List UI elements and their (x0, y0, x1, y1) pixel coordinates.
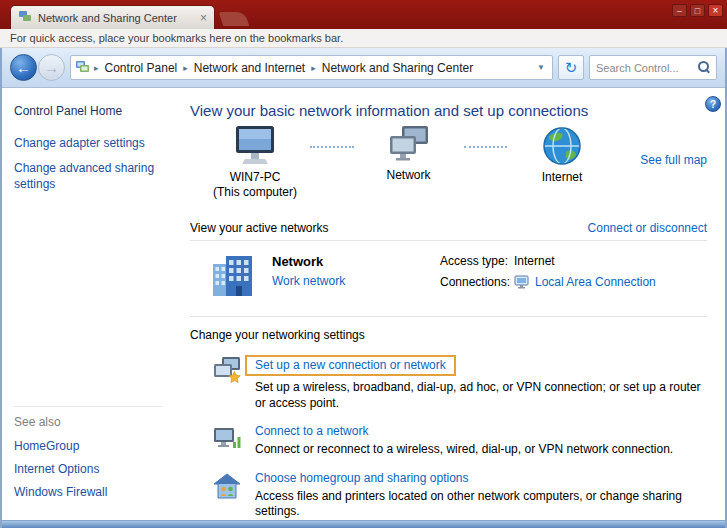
active-network-details: Access type: Internet Connections: Local… (440, 252, 656, 296)
search-icon[interactable] (698, 61, 711, 74)
help-button[interactable]: ? (705, 96, 721, 112)
map-computer-label: WIN7-PC (200, 170, 310, 185)
access-type-value: Internet (514, 254, 555, 268)
setup-new-connection-desc: Set up a wireless, broadband, dial-up, a… (255, 380, 707, 411)
sidebar-change-advanced-sharing-settings[interactable]: Change advanced sharing settings (14, 161, 156, 193)
sidebar-internet-options[interactable]: Internet Options (14, 462, 162, 476)
see-also-section: See also HomeGroup Internet Options Wind… (14, 406, 162, 508)
sidebar-windows-firewall[interactable]: Windows Firewall (14, 485, 162, 499)
map-node-computer[interactable]: WIN7-PC (This computer) (200, 125, 310, 200)
work-network-building-icon (210, 252, 258, 303)
forward-arrow-icon: → (44, 59, 59, 76)
forward-button[interactable]: → (38, 54, 65, 81)
map-connector-dotted-line (310, 146, 354, 148)
map-connector-dotted-line (464, 146, 508, 148)
browser-tab-strip: Network and Sharing Center × – □ × (0, 0, 727, 29)
active-network-name: Network (272, 254, 440, 269)
address-bar[interactable]: ▸ Control Panel ▸ Network and Internet ▸… (70, 55, 553, 80)
tab-favicon-icon (18, 9, 32, 26)
networking-settings-heading: Change your networking settings (190, 328, 707, 342)
access-type-label: Access type: (440, 254, 514, 268)
search-input[interactable] (596, 62, 698, 74)
lan-connection-icon (514, 275, 530, 289)
computer-icon (232, 125, 278, 167)
connect-to-network-desc: Connect or reconnect to a wireless, wire… (255, 442, 673, 458)
homegroup-options-link[interactable]: Choose homegroup and sharing options (255, 471, 468, 485)
setup-new-connection-link[interactable]: Set up a new connection or network (255, 358, 446, 372)
sidebar-control-panel-home[interactable]: Control Panel Home (14, 104, 164, 118)
active-network-info: Network Work network (272, 252, 440, 288)
navigation-bar: ← → ▸ Control Panel ▸ Network and Intern… (2, 48, 725, 88)
connect-to-network-icon (212, 424, 242, 454)
connect-to-network-link[interactable]: Connect to a network (255, 424, 368, 438)
tab-title: Network and Sharing Center (38, 12, 194, 24)
window-maximize-button[interactable]: □ (690, 4, 705, 17)
homegroup-icon (212, 471, 242, 501)
map-node-internet[interactable]: Internet (507, 125, 617, 185)
connect-or-disconnect-link[interactable]: Connect or disconnect (588, 221, 707, 235)
map-computer-sublabel: (This computer) (200, 185, 310, 200)
breadcrumb-control-panel[interactable]: Control Panel (103, 59, 180, 77)
sidebar-change-adapter-settings[interactable]: Change adapter settings (14, 136, 156, 152)
main-content: ? View your basic network information an… (174, 88, 725, 520)
breadcrumb-network-sharing-center[interactable]: Network and Sharing Center (320, 59, 475, 77)
setting-item-connect-to-network: Connect to a network Connect or reconnec… (212, 424, 707, 458)
address-history-dropdown-icon[interactable]: ▼ (534, 63, 548, 72)
help-icon: ? (710, 99, 716, 110)
breadcrumb-separator-icon: ▸ (310, 63, 317, 73)
breadcrumb-separator-icon: ▸ (93, 63, 100, 73)
window-close-button[interactable]: × (708, 4, 723, 17)
network-places-icon (75, 60, 90, 76)
bookmarks-hint-text: For quick access, place your bookmarks h… (10, 32, 343, 44)
browser-tab[interactable]: Network and Sharing Center × (10, 5, 215, 29)
back-button[interactable]: ← (10, 54, 37, 81)
local-area-connection-link[interactable]: Local Area Connection (535, 275, 656, 289)
window-controls: – □ × (672, 4, 723, 17)
screenshot-root: Network and Sharing Center × – □ × For q… (0, 0, 727, 528)
homegroup-options-desc: Access files and printers located on oth… (255, 489, 707, 520)
active-networks-header: View your active networks Connect or dis… (190, 221, 707, 241)
back-arrow-icon: ← (16, 59, 31, 76)
breadcrumb-network-and-internet[interactable]: Network and Internet (192, 59, 307, 77)
map-internet-label: Internet (507, 170, 617, 185)
search-box (589, 55, 717, 80)
internet-globe-icon (541, 125, 583, 167)
setting-item-setup-new-connection: Set up a new connection or network Set u… (212, 355, 707, 411)
active-network-card: Network Work network Access type: Intern… (190, 241, 707, 317)
annotation-highlight-box: Set up a new connection or network (245, 355, 456, 376)
network-icon (387, 125, 431, 165)
connections-label: Connections: (440, 275, 514, 289)
map-network-label: Network (354, 168, 464, 183)
refresh-button[interactable]: ↻ (558, 55, 584, 80)
see-full-map-link[interactable]: See full map (640, 153, 707, 167)
new-tab-button[interactable] (219, 12, 250, 26)
setting-item-homegroup-options: Choose homegroup and sharing options Acc… (212, 471, 707, 520)
active-networks-heading: View your active networks (190, 221, 329, 235)
setup-new-connection-icon (212, 355, 242, 385)
bookmarks-bar: For quick access, place your bookmarks h… (0, 29, 727, 48)
window-body: Control Panel Home Change adapter settin… (2, 88, 725, 520)
explorer-window: ← → ▸ Control Panel ▸ Network and Intern… (0, 48, 727, 528)
tab-close-icon[interactable]: × (200, 12, 207, 24)
work-network-link[interactable]: Work network (272, 274, 345, 288)
sidebar-homegroup[interactable]: HomeGroup (14, 439, 162, 453)
breadcrumb-separator-icon: ▸ (182, 63, 189, 73)
see-also-label: See also (14, 415, 162, 429)
map-node-network[interactable]: Network (354, 125, 464, 183)
window-minimize-button[interactable]: – (672, 4, 687, 17)
page-title: View your basic network information and … (190, 102, 707, 119)
sidebar: Control Panel Home Change adapter settin… (2, 88, 174, 520)
network-map: See full map WIN7-PC (This comput (190, 125, 707, 211)
refresh-icon: ↻ (565, 59, 578, 77)
window-frame-bottom (2, 520, 725, 528)
